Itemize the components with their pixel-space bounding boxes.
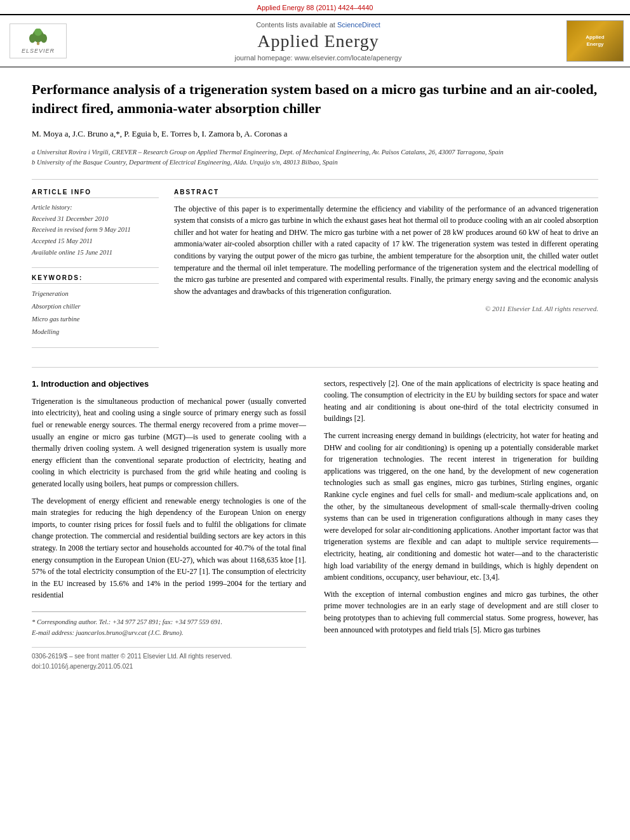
abstract-text: The objective of this paper is to experi… (174, 203, 598, 298)
footnote-section: * Corresponding author. Tel.: +34 977 25… (32, 611, 306, 639)
sciencedirect-link[interactable]: Contents lists available at ScienceDirec… (76, 21, 560, 29)
footnote-corresponding: * Corresponding author. Tel.: +34 977 25… (32, 617, 306, 628)
revised-date: Received in revised form 9 May 2011 (32, 224, 159, 236)
keywords-label: Keywords: (32, 274, 159, 284)
authors-line: M. Moya a, J.C. Bruno a,*, P. Eguia b, E… (32, 128, 598, 141)
keyword-3: Micro gas turbine (32, 313, 159, 326)
section-1-heading: 1. Introduction and objectives (32, 378, 306, 390)
journal-homepage: journal homepage: www.elsevier.com/locat… (76, 54, 560, 62)
accepted-date: Accepted 15 May 2011 (32, 236, 159, 247)
body-col2-p3: With the exception of internal combustio… (324, 589, 598, 636)
divider-3 (32, 347, 159, 348)
affiliation-a: a Universitat Rovira i Virgili, CREVER –… (32, 147, 598, 157)
journal-title: Applied Energy (76, 31, 560, 51)
footnote-email: E-mail address: juancarlos.bruno@urv.cat… (32, 628, 306, 639)
citation-bar: Applied Energy 88 (2011) 4424–4440 (0, 0, 630, 14)
abstract-col: Abstract The objective of this paper is … (174, 189, 598, 354)
svg-point-2 (29, 34, 36, 43)
history-label: Article history: (32, 202, 159, 213)
body-col1-p1: Trigeneration is the simultaneous produc… (32, 396, 306, 490)
keyword-1: Trigeneration (32, 288, 159, 300)
body-col1-p2: The development of energy efficient and … (32, 495, 306, 601)
svg-point-3 (41, 34, 47, 43)
elsevier-wordmark: ELSEVIER (22, 48, 55, 54)
main-content: Performance analysis of a trigeneration … (0, 67, 630, 684)
svg-rect-6 (37, 43, 39, 45)
body-two-col: 1. Introduction and objectives Trigenera… (32, 378, 598, 672)
divider-1 (32, 179, 598, 180)
article-info-col: Article info Article history: Received 3… (32, 189, 159, 354)
body-col2-p2: The current increasing energy demand in … (324, 430, 598, 583)
body-col-left: 1. Introduction and objectives Trigenera… (32, 378, 306, 672)
keywords-section: Keywords: Trigeneration Absorption chill… (32, 274, 159, 338)
divider-keywords (32, 267, 159, 268)
authors-text: M. Moya a, J.C. Bruno a,*, P. Eguia b, E… (32, 129, 288, 138)
available-date: Available online 15 June 2011 (32, 247, 159, 258)
abstract-label: Abstract (174, 189, 598, 198)
sciencedirect-anchor[interactable]: ScienceDirect (337, 21, 380, 29)
keyword-4: Modelling (32, 326, 159, 338)
body-col2-p1: sectors, respectively [2]. One of the ma… (324, 378, 598, 425)
info-abstract-section: Article info Article history: Received 3… (32, 189, 598, 354)
journal-header: ELSEVIER Contents lists available at Sci… (0, 14, 630, 67)
journal-citation: Applied Energy 88 (2011) 4424–4440 (257, 4, 373, 11)
body-section: 1. Introduction and objectives Trigenera… (32, 367, 598, 672)
history-section: Article info Article history: Received 3… (32, 189, 159, 258)
copyright-text: © 2011 Elsevier Ltd. All rights reserved… (174, 305, 598, 312)
elsevier-logo: ELSEVIER (6, 23, 70, 58)
affiliation-b: b University of the Basque Country, Depa… (32, 157, 598, 168)
footer-doi: doi:10.1016/j.apenergy.2011.05.021 (32, 662, 306, 672)
article-info-label: Article info (32, 189, 159, 198)
svg-point-4 (34, 29, 42, 36)
journal-header-center: Contents lists available at ScienceDirec… (76, 21, 560, 62)
received-date: Received 31 December 2010 (32, 213, 159, 225)
affiliations: a Universitat Rovira i Virgili, CREVER –… (32, 147, 598, 168)
article-title: Performance analysis of a trigeneration … (32, 80, 598, 117)
keyword-2: Absorption chiller (32, 300, 159, 313)
applied-energy-logo-image: AppliedEnergy (566, 20, 624, 62)
footer-issn: 0306-2619/$ – see front matter © 2011 El… (32, 651, 232, 662)
footer-bar: 0306-2619/$ – see front matter © 2011 El… (32, 647, 306, 662)
body-col-right: sectors, respectively [2]. One of the ma… (324, 378, 598, 672)
